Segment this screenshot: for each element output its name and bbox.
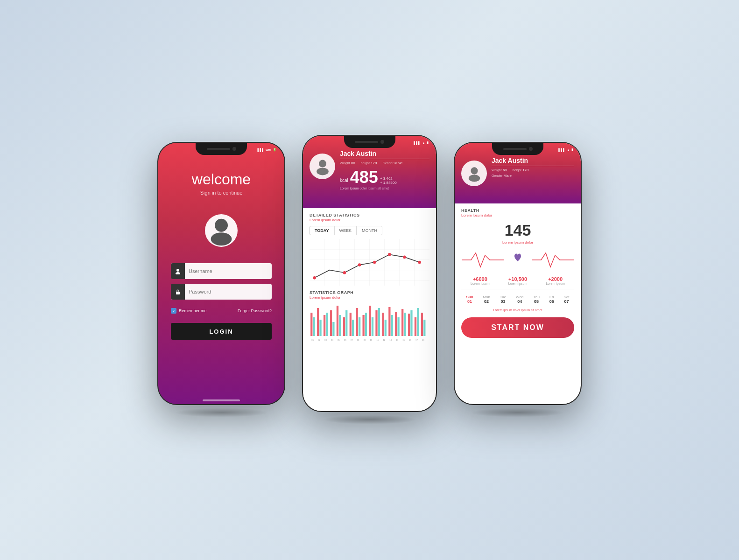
- camera-2: [380, 140, 384, 144]
- detailed-stats-sub: Lorem ipsum dolor: [310, 218, 429, 222]
- health-bg: Jack Austin Weight 60 height 178: [455, 143, 581, 404]
- battery-icon-3: ▮: [571, 148, 573, 152]
- svg-point-80: [468, 175, 479, 182]
- login-button[interactable]: LOGIN: [171, 323, 272, 340]
- bar-chart: 01 02 03 04 05 06 07 08 09 10 11: [310, 303, 429, 341]
- stats-bg: Jack Austin Weight 60 height 178: [303, 136, 436, 411]
- svg-rect-43: [369, 306, 371, 336]
- svg-rect-47: [382, 313, 384, 336]
- kcal-right: + 3.462 + 1.84500: [380, 176, 397, 186]
- svg-rect-44: [372, 317, 373, 336]
- stat1: + 3.462: [380, 176, 397, 181]
- speaker-2: [355, 141, 378, 143]
- tab-today[interactable]: TODAY: [310, 226, 334, 235]
- avatar-svg-2: [313, 157, 332, 176]
- stats-graph-title: STATISTICS GRAPH: [310, 290, 429, 295]
- svg-rect-32: [332, 322, 334, 336]
- svg-rect-58: [417, 308, 419, 336]
- heartbeat-svg: [461, 248, 574, 272]
- phone-notch-3: [492, 143, 543, 155]
- bar-chart-svg: 01 02 03 04 05 06 07 08 09 10 11: [310, 303, 429, 341]
- cal-day-wed: Wed 04: [516, 295, 523, 304]
- speaker-3: [503, 148, 527, 150]
- user-info-health: Jack Austin Weight 60 height 178: [492, 157, 574, 178]
- remember-label: Remember me: [179, 308, 207, 313]
- phone-stats: ▌▌▌ ▲ ▮ Jack Austin: [303, 136, 436, 411]
- lock-svg: [175, 288, 181, 295]
- phone-login: ▌▌▌ wifi 🔋 welcome Sign in to continue: [158, 143, 284, 404]
- svg-point-1: [211, 232, 232, 245]
- login-bg: welcome Sign in to continue: [158, 143, 284, 404]
- svg-rect-46: [378, 308, 380, 336]
- stat3-label: Lorem ipsum: [546, 282, 564, 285]
- kcal-number: 485: [350, 169, 378, 186]
- svg-rect-53: [401, 309, 403, 336]
- start-now-button[interactable]: START NOW: [461, 317, 574, 338]
- camera-1: [232, 147, 236, 151]
- kcal-section: kcal 485 + 3.462 + 1.84500: [340, 169, 429, 186]
- user-icon: [171, 263, 185, 279]
- cal-note: Lorem ipsum dolor ipsum sit amet: [461, 308, 574, 312]
- line-chart-svg: [310, 239, 429, 286]
- stats-screen: Jack Austin Weight 60 height 178: [303, 136, 436, 411]
- svg-point-18: [313, 276, 316, 280]
- svg-rect-60: [423, 320, 425, 336]
- stats-tabs[interactable]: TODAY WEEK MONTH: [310, 226, 429, 235]
- cal-day-sun: Sun 01: [466, 295, 473, 304]
- svg-point-20: [358, 263, 361, 266]
- stat-item-2: +10,500 Lorem ipsum: [508, 276, 527, 285]
- stat-item-1: +6000 Lorem ipsum: [471, 276, 489, 285]
- svg-text:13: 13: [389, 339, 392, 341]
- cal-day-fri: Fri 06: [549, 295, 554, 304]
- stat2: + 1.84500: [380, 181, 397, 185]
- height-label-2: height: [361, 161, 370, 165]
- signal-icon: ▌▌▌: [257, 148, 264, 152]
- username-group[interactable]: [171, 263, 272, 279]
- weight-label-2: Weight: [340, 161, 350, 165]
- remember-left[interactable]: Remember me: [171, 308, 207, 314]
- stat2-value: +10,500: [508, 276, 527, 282]
- home-indicator-3: [499, 399, 536, 401]
- status-icons-3: ▌▌▌ ▲ ▮: [558, 148, 573, 152]
- signal-icon-2: ▌▌▌: [414, 141, 421, 145]
- svg-text:07: 07: [351, 339, 353, 341]
- header-meta-stats: Weight 60 height 178 Gender Male: [340, 161, 429, 165]
- tab-month[interactable]: MONTH: [357, 226, 382, 235]
- forgot-password-link[interactable]: Forgot Password?: [238, 308, 272, 313]
- status-icons-1: ▌▌▌ wifi 🔋: [257, 148, 277, 152]
- password-group[interactable]: [171, 284, 272, 300]
- tab-week[interactable]: WEEK: [334, 226, 357, 235]
- cal-day-sat: Sat 07: [564, 295, 570, 304]
- gender-label-2: Gender: [382, 161, 393, 165]
- kcal-lorem: Lorem ipsum dolor ipsum sit amet: [340, 187, 429, 190]
- login-screen: welcome Sign in to continue: [158, 143, 284, 404]
- kcal-label: kcal: [340, 178, 348, 183]
- username-input[interactable]: [185, 265, 272, 278]
- gender-label-3: Gender: [492, 174, 502, 177]
- svg-text:14: 14: [396, 339, 398, 341]
- weight-value-3: 60: [503, 168, 507, 172]
- password-input[interactable]: [185, 285, 272, 298]
- avatar-svg-3: [465, 165, 483, 182]
- wifi-icon-3: ▲: [567, 148, 570, 152]
- svg-text:08: 08: [357, 339, 359, 341]
- remember-checkbox[interactable]: [171, 308, 176, 314]
- divider-stats: [340, 159, 429, 159]
- svg-point-24: [418, 261, 421, 264]
- svg-rect-34: [339, 315, 341, 336]
- svg-text:09: 09: [364, 339, 366, 341]
- line-chart: [310, 239, 429, 286]
- stat-item-3: +2000 Lorem ipsum: [546, 276, 564, 285]
- gender-value-3: Male: [504, 174, 512, 178]
- home-indicator-1: [203, 399, 240, 401]
- battery-icon-2: ▮: [427, 141, 429, 145]
- gender-value-2: Male: [394, 161, 402, 165]
- svg-rect-45: [375, 310, 377, 336]
- phone-notch-1: [196, 143, 247, 155]
- stat1-value: +6000: [471, 276, 489, 282]
- health-lorem: Lorem ipsum dolor: [461, 240, 574, 245]
- svg-rect-33: [337, 306, 338, 336]
- camera-3: [529, 147, 533, 151]
- svg-point-79: [471, 167, 478, 174]
- svg-point-2: [176, 269, 179, 272]
